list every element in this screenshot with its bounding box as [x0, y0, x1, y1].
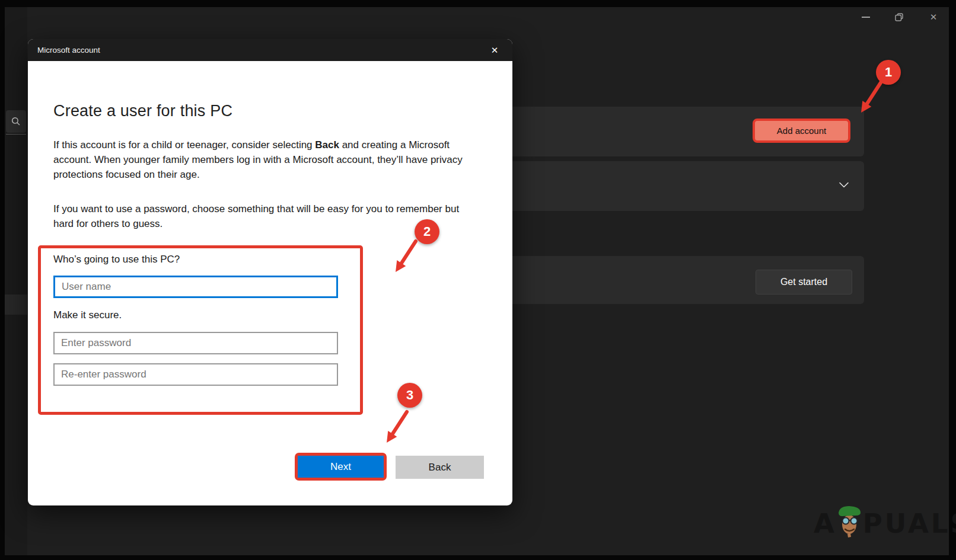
add-account-highlight: Add account [753, 119, 850, 143]
dialog-heading: Create a user for this PC [53, 102, 232, 120]
back-button[interactable]: Back [396, 456, 484, 479]
appuals-watermark: A PUALS [814, 505, 956, 537]
watermark-prefix: A [814, 510, 837, 537]
dialog-paragraph-1: If this account is for a child or teenag… [53, 137, 463, 182]
restore-icon [893, 11, 905, 23]
window-controls: ✕ [848, 7, 949, 27]
get-started-button[interactable]: Get started [756, 270, 852, 295]
secure-label: Make it secure. [53, 309, 122, 321]
window-frame-right [949, 0, 956, 560]
window-frame-bottom [0, 555, 956, 560]
screen: ✕ Add account Get started Microsoft acco… [0, 0, 956, 560]
window-frame-left [0, 0, 5, 560]
rail-divider [6, 134, 26, 135]
close-icon: ✕ [930, 12, 938, 23]
window-frame-top [0, 0, 956, 7]
left-nav-rail [5, 7, 27, 555]
next-button[interactable]: Next [298, 456, 384, 478]
chevron-down-icon [838, 181, 850, 189]
add-account-button[interactable]: Add account [755, 121, 848, 140]
dialog-title: Microsoft account [37, 46, 100, 55]
restore-button[interactable] [885, 7, 913, 27]
dialog-close-button[interactable]: ✕ [485, 39, 505, 61]
step-2-badge: 2 [415, 219, 439, 244]
para1-bold: Back [315, 139, 339, 151]
minimize-icon [862, 17, 870, 18]
mascot-icon [837, 505, 862, 538]
search-button[interactable] [6, 110, 26, 133]
username-input[interactable] [53, 276, 338, 298]
search-icon [11, 116, 21, 127]
password-input[interactable] [53, 332, 338, 354]
rail-selected-item[interactable] [5, 295, 27, 315]
next-button-highlight: Next [295, 453, 387, 481]
dialog-titlebar: Microsoft account ✕ [28, 39, 512, 61]
watermark-suffix: PUALS [863, 510, 956, 537]
close-window-button[interactable]: ✕ [920, 7, 947, 27]
close-icon: ✕ [491, 45, 499, 56]
step-3-badge: 3 [397, 383, 422, 408]
reenter-password-input[interactable] [53, 363, 338, 386]
step-1-badge: 1 [876, 60, 901, 85]
minimize-button[interactable] [852, 7, 879, 27]
dialog-paragraph-2: If you want to use a password, choose so… [53, 201, 477, 231]
microsoft-account-dialog: Microsoft account ✕ Create a user for th… [28, 39, 512, 505]
question-label: Who’s going to use this PC? [53, 254, 180, 265]
para1-before: If this account is for a child or teenag… [53, 139, 315, 151]
